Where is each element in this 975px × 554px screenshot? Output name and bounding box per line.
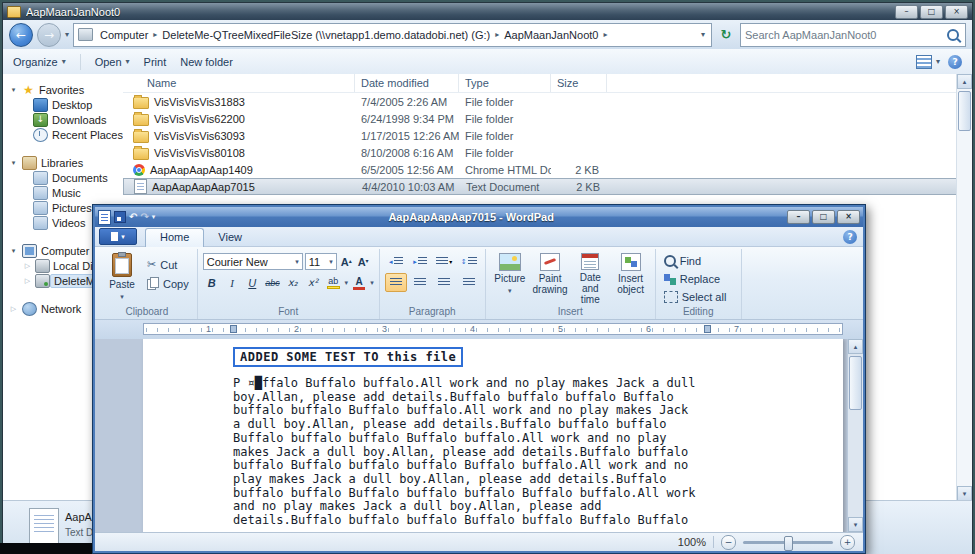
sidebar-item-documents[interactable]: Documents — [3, 170, 123, 185]
table-row[interactable]: VisVisVisVis62200 6/24/1998 9:34 PM File… — [123, 110, 957, 127]
zoom-slider-thumb[interactable] — [784, 536, 793, 551]
scrollbar-thumb[interactable] — [958, 91, 971, 131]
help-button[interactable] — [843, 230, 857, 244]
save-icon[interactable] — [114, 211, 126, 223]
left-indent-marker[interactable] — [230, 325, 237, 333]
recent-pages-dropdown[interactable] — [65, 30, 69, 39]
scroll-down-button[interactable] — [957, 486, 972, 501]
sidebar-item-favorites[interactable]: Favorites — [3, 82, 123, 97]
shrink-font-button[interactable]: A — [356, 256, 371, 268]
list-button[interactable] — [433, 252, 455, 271]
font-family-combobox[interactable]: Courier New — [203, 253, 303, 270]
tab-home[interactable]: Home — [145, 228, 204, 247]
print-button[interactable]: Print — [144, 56, 167, 68]
chevron-down-icon[interactable] — [370, 279, 374, 287]
document-body-text[interactable]: P ¤█ffalo Buffalo buffalo.All work and n… — [233, 377, 843, 528]
undo-icon[interactable] — [129, 212, 137, 222]
breadcrumb-separator-icon[interactable] — [493, 30, 501, 39]
close-button[interactable] — [837, 210, 860, 224]
table-row[interactable]: AapAapAapAap1409 6/5/2005 12:56 AM Chrom… — [123, 161, 957, 178]
increase-indent-button[interactable] — [409, 252, 431, 271]
picture-button[interactable]: Picture — [491, 251, 529, 305]
zoom-in-button[interactable] — [840, 535, 855, 550]
address-bar[interactable]: Computer DeleteMe-QTreeMixedFileSize (\\… — [73, 23, 712, 47]
date-time-button[interactable]: Date and time — [571, 251, 609, 305]
ruler[interactable]: 1 2 3 4 5 6 7 — [95, 320, 863, 339]
ruler-bar[interactable]: 1 2 3 4 5 6 7 — [143, 323, 843, 335]
close-button[interactable] — [945, 5, 968, 19]
expander-icon[interactable] — [23, 262, 32, 270]
scroll-up-button[interactable] — [848, 339, 863, 354]
scroll-down-button[interactable] — [848, 517, 863, 532]
taskbar-fragment[interactable] — [0, 543, 95, 554]
font-color-button[interactable]: A — [350, 273, 368, 292]
zoom-out-button[interactable] — [721, 535, 736, 550]
wordpad-titlebar[interactable]: AapAapAapAap7015 - WordPad — [95, 207, 863, 227]
sidebar-item-downloads[interactable]: Downloads — [3, 112, 123, 127]
paste-button[interactable]: Paste — [102, 251, 142, 305]
expander-icon[interactable] — [9, 86, 18, 94]
font-size-combobox[interactable]: 11 — [305, 253, 337, 270]
select-all-button[interactable]: Select all — [661, 289, 736, 305]
expander-icon[interactable] — [9, 159, 18, 167]
align-center-button[interactable] — [409, 273, 431, 292]
new-folder-button[interactable]: New folder — [180, 56, 233, 68]
highlight-button[interactable]: ab — [324, 273, 342, 292]
breadcrumb-separator-icon[interactable] — [601, 30, 609, 39]
tab-view[interactable]: View — [204, 229, 256, 246]
forward-button[interactable] — [37, 23, 61, 47]
expander-icon[interactable] — [9, 305, 18, 313]
column-header-name[interactable]: Name — [123, 74, 355, 92]
sidebar-item-libraries[interactable]: Libraries — [3, 155, 123, 170]
copy-button[interactable]: Copy — [144, 275, 192, 292]
redo-icon[interactable] — [140, 212, 148, 222]
help-button[interactable] — [948, 55, 962, 69]
grow-font-button[interactable]: A — [339, 256, 354, 268]
strikethrough-button[interactable]: abc — [263, 273, 281, 292]
wordpad-menu-button[interactable] — [99, 228, 137, 245]
breadcrumb-folder[interactable]: AapMaanJanNoot0 — [501, 27, 601, 43]
refresh-button[interactable] — [716, 25, 736, 45]
chevron-down-icon[interactable] — [344, 279, 348, 287]
cut-button[interactable]: Cut — [144, 256, 192, 273]
explorer-titlebar[interactable]: AapMaanJanNoot0 — [3, 3, 972, 20]
bold-button[interactable]: B — [203, 273, 221, 292]
paint-drawing-button[interactable]: Paint drawing — [531, 251, 569, 305]
back-button[interactable] — [9, 23, 33, 47]
explorer-scrollbar[interactable] — [956, 74, 972, 501]
table-row-selected[interactable]: AapAapAapAap7015 4/4/2010 10:03 AM Text … — [123, 178, 957, 195]
minimize-button[interactable] — [787, 210, 810, 224]
superscript-button[interactable]: x² — [304, 273, 322, 292]
subscript-button[interactable]: x₂ — [284, 273, 302, 292]
organize-button[interactable]: Organize — [13, 56, 66, 68]
search-icon[interactable] — [947, 29, 959, 41]
views-button[interactable] — [916, 55, 940, 69]
document-heading-selected[interactable]: ADDED SOME TEST TO this file — [233, 347, 463, 367]
breadcrumb-separator-icon[interactable] — [151, 30, 159, 39]
right-indent-marker[interactable] — [704, 325, 711, 333]
zoom-slider[interactable] — [743, 541, 833, 544]
table-row[interactable]: VisVisVisVis63093 1/17/2015 12:26 AM Fil… — [123, 127, 957, 144]
insert-object-button[interactable]: Insert object — [611, 251, 649, 305]
maximize-button[interactable] — [812, 210, 835, 224]
qat-dropdown-icon[interactable] — [152, 212, 156, 222]
search-input[interactable]: Search AapMaanJanNoot0 — [740, 23, 966, 47]
column-header-type[interactable]: Type — [459, 74, 551, 92]
find-button[interactable]: Find — [661, 253, 736, 269]
align-left-button[interactable] — [385, 273, 407, 292]
minimize-button[interactable] — [895, 5, 918, 19]
align-right-button[interactable] — [433, 273, 455, 292]
line-spacing-button[interactable] — [457, 252, 479, 271]
scrollbar-thumb[interactable] — [849, 356, 862, 410]
maximize-button[interactable] — [920, 5, 943, 19]
breadcrumb-drive[interactable]: DeleteMe-QTreeMixedFileSize (\\vnetapp1.… — [159, 27, 493, 43]
expander-icon[interactable] — [9, 247, 18, 255]
sidebar-item-music[interactable]: Music — [3, 185, 123, 200]
address-dropdown-icon[interactable] — [697, 30, 709, 39]
italic-button[interactable]: I — [223, 273, 241, 292]
sidebar-item-desktop[interactable]: Desktop — [3, 97, 123, 112]
decrease-indent-button[interactable] — [385, 252, 407, 271]
replace-button[interactable]: Replace — [661, 271, 736, 287]
breadcrumb-computer[interactable]: Computer — [97, 27, 151, 43]
table-row[interactable]: VisVisVisVis31883 7/4/2005 2:26 AM File … — [123, 93, 957, 110]
